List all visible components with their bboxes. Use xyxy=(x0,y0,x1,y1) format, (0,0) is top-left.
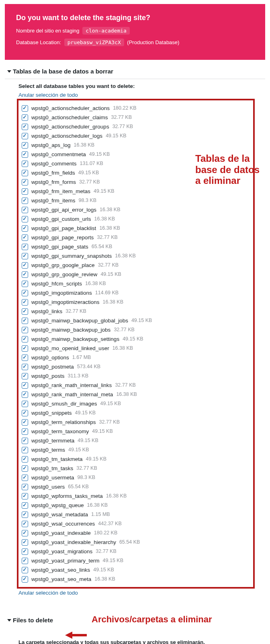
table-size: 49.15 KB xyxy=(78,436,98,445)
table-row: wpstg0_comments131.07 KB xyxy=(22,159,250,168)
table-size: 16.38 KB xyxy=(116,390,137,399)
table-row: wpstg0_actionscheduler_groups32.77 KB xyxy=(22,122,250,131)
table-checkbox[interactable] xyxy=(22,124,28,130)
unselect-all-bottom[interactable]: Anular selección de todo xyxy=(18,590,78,596)
table-checkbox[interactable] xyxy=(22,373,28,379)
table-name: wpstg0_yoast_seo_links xyxy=(31,566,90,574)
table-checkbox[interactable] xyxy=(22,539,28,546)
table-checkbox[interactable] xyxy=(22,401,28,407)
table-checkbox[interactable] xyxy=(22,447,28,453)
tables-toggle[interactable]: Tablas de la base de datos a borrar xyxy=(5,64,265,79)
table-row: wpstg0_wsal_metadata1.15 MB xyxy=(22,510,250,519)
table-checkbox[interactable] xyxy=(22,345,28,352)
table-name: wpstg0_usermeta xyxy=(31,473,74,482)
table-row: wpstg0_yoast_indexable180.22 KB xyxy=(22,528,250,538)
table-size: 65.54 KB xyxy=(119,538,140,546)
table-checkbox[interactable] xyxy=(22,355,28,361)
table-checkbox[interactable] xyxy=(22,327,28,333)
table-checkbox[interactable] xyxy=(22,308,28,315)
table-checkbox[interactable] xyxy=(22,456,28,463)
table-checkbox[interactable] xyxy=(22,188,28,195)
table-checkbox[interactable] xyxy=(22,271,28,278)
table-size: 16.38 KB xyxy=(85,279,106,288)
table-size: 49.15 KB xyxy=(103,556,123,565)
table-checkbox[interactable] xyxy=(22,253,28,259)
table-name: wpstg0_frm_items xyxy=(31,196,76,205)
table-size: 16.38 KB xyxy=(100,206,120,214)
table-checkbox[interactable] xyxy=(22,484,28,490)
files-section-title: Files to delete xyxy=(13,617,53,624)
table-checkbox[interactable] xyxy=(22,179,28,185)
table-size: 32.77 KB xyxy=(79,178,100,186)
table-checkbox[interactable] xyxy=(22,234,28,241)
table-checkbox[interactable] xyxy=(22,216,28,222)
table-row: wpstg0_wsal_occurrences442.37 KB xyxy=(22,519,250,528)
table-size: 16.38 KB xyxy=(94,575,115,583)
table-checkbox[interactable] xyxy=(22,281,28,287)
table-checkbox[interactable] xyxy=(22,502,28,509)
files-toggle[interactable]: Files to delete xyxy=(5,613,265,628)
table-checkbox[interactable] xyxy=(22,364,28,370)
table-row: wpstg0_wpforms_tasks_meta16.38 KB xyxy=(22,491,250,501)
unselect-all-top[interactable]: Anular selección de todo xyxy=(18,92,78,98)
table-name: wpstg0_actionscheduler_groups xyxy=(31,122,109,131)
table-name: wpstg0_yoast_indexable_hierarchy xyxy=(31,538,116,546)
table-checkbox[interactable] xyxy=(22,225,28,232)
table-size: 49.15 KB xyxy=(100,399,121,408)
table-name: wpstg0_grp_google_place xyxy=(31,261,95,269)
dialog-title: Do you want to delete the staging site? xyxy=(16,14,254,22)
table-name: wpstg0_rank_math_internal_links xyxy=(31,381,112,389)
table-checkbox[interactable] xyxy=(22,428,28,435)
table-checkbox[interactable] xyxy=(22,419,28,426)
table-row: wpstg0_mainwp_backwpup_global_jobs49.15 … xyxy=(22,316,250,325)
table-size: 16.38 KB xyxy=(115,252,135,260)
table-checkbox[interactable] xyxy=(22,576,28,583)
table-name: wpstg0_links xyxy=(31,307,62,316)
table-checkbox[interactable] xyxy=(22,151,28,158)
table-checkbox[interactable] xyxy=(22,336,28,342)
table-checkbox[interactable] xyxy=(22,521,28,527)
table-name: wpstg0_mainwp_backwpup_settings xyxy=(31,335,119,343)
table-size: 49.15 KB xyxy=(89,150,110,159)
select-all-label: Select all database tables you want to d… xyxy=(18,83,253,89)
table-checkbox[interactable] xyxy=(22,133,28,139)
table-name: wpstg0_gpi_api_error_logs xyxy=(31,206,96,214)
table-row: wpstg0_rank_math_internal_meta16.38 KB xyxy=(22,390,250,399)
table-checkbox[interactable] xyxy=(22,465,28,472)
caret-down-icon xyxy=(7,70,11,73)
db-suffix: (Production Database) xyxy=(127,39,179,45)
table-checkbox[interactable] xyxy=(22,207,28,213)
staging-site-name: clon-academia xyxy=(82,27,130,35)
table-checkbox[interactable] xyxy=(22,558,28,564)
table-name: wpstg0_yoast_migrations xyxy=(31,547,92,556)
table-size: 32.77 KB xyxy=(76,464,97,473)
table-checkbox[interactable] xyxy=(22,114,28,121)
table-checkbox[interactable] xyxy=(22,512,28,518)
table-checkbox[interactable] xyxy=(22,493,28,499)
table-checkbox[interactable] xyxy=(22,391,28,398)
table-checkbox[interactable] xyxy=(22,142,28,149)
table-checkbox[interactable] xyxy=(22,318,28,324)
table-checkbox[interactable] xyxy=(22,382,28,389)
table-checkbox[interactable] xyxy=(22,262,28,269)
table-checkbox[interactable] xyxy=(22,299,28,306)
table-checkbox[interactable] xyxy=(22,290,28,296)
table-row: wpstg0_hfcm_scripts16.38 KB xyxy=(22,279,250,288)
table-checkbox[interactable] xyxy=(22,438,28,444)
table-checkbox[interactable] xyxy=(22,105,28,112)
table-name: wpstg0_wsal_metadata xyxy=(31,510,88,519)
table-checkbox[interactable] xyxy=(22,198,28,204)
table-checkbox[interactable] xyxy=(22,170,28,176)
table-checkbox[interactable] xyxy=(22,567,28,573)
table-checkbox[interactable] xyxy=(22,475,28,481)
table-checkbox[interactable] xyxy=(22,548,28,555)
table-row: wpstg0_snippets49.15 KB xyxy=(22,408,250,418)
table-checkbox[interactable] xyxy=(22,530,28,536)
table-row: wpstg0_frm_item_metas49.15 KB xyxy=(22,187,250,196)
table-checkbox[interactable] xyxy=(22,410,28,416)
table-checkbox[interactable] xyxy=(22,161,28,167)
table-size: 32.77 KB xyxy=(98,261,119,269)
table-checkbox[interactable] xyxy=(22,244,28,250)
table-size: 32.77 KB xyxy=(65,307,86,316)
table-name: wpstg0_gpi_page_blacklist xyxy=(31,224,96,232)
